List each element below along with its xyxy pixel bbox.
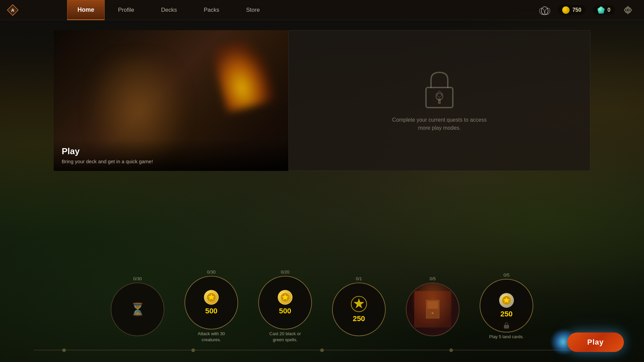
- quest-spells-desc: Cast 20 black or green spells.: [263, 331, 307, 343]
- quest-attack-desc: Attack with 30 creatures.: [190, 331, 233, 343]
- gold-currency-group: 750: [557, 5, 586, 15]
- nav-right: 750 0: [539, 4, 644, 16]
- play-mode-card[interactable]: Play Bring your deck and get in a quick …: [54, 30, 288, 171]
- quest-attack-creatures: 0/30 500 Attack with 30 creatures.: [178, 269, 245, 343]
- hourglass-icon: ⏳: [130, 302, 145, 316]
- nav-logo: A: [0, 4, 67, 16]
- home-tab-label: Home: [77, 6, 94, 13]
- tab-decks[interactable]: Decks: [148, 0, 190, 20]
- svg-rect-15: [427, 301, 438, 309]
- svg-rect-9: [438, 99, 441, 104]
- quest-spells-ring: 500: [258, 276, 312, 329]
- mtg-logo-icon: A: [7, 4, 19, 16]
- gear-icon: [623, 5, 633, 15]
- mana-coin-icon-3: [502, 296, 511, 305]
- tab-packs[interactable]: Packs: [190, 0, 232, 20]
- gem-icon: [597, 6, 605, 14]
- quest-lock-indicator: [504, 322, 509, 328]
- tab-store[interactable]: Store: [233, 0, 273, 20]
- quest-attack-ring: 500: [184, 276, 238, 329]
- svg-rect-18: [504, 325, 509, 328]
- progress-track: [34, 350, 610, 351]
- main-content: Play Bring your deck and get in a quick …: [0, 20, 644, 362]
- quest-card-art: 0/5 R: [399, 276, 466, 336]
- progress-section: [0, 350, 644, 362]
- quest-card-progress: 0/5: [430, 276, 436, 281]
- quest-win-game: 0/1 250: [325, 276, 392, 336]
- quest-timer-ring: ⏳: [111, 283, 164, 336]
- flame-effect: [210, 35, 276, 113]
- tab-decks-label: Decks: [161, 7, 177, 13]
- quest-lands-amount: 250: [500, 310, 513, 318]
- card-art-thumb: R: [414, 291, 451, 327]
- cards-section: Play Bring your deck and get in a quick …: [0, 20, 644, 266]
- quests-section: 0/30 ⏳ 0/30 500: [0, 266, 644, 350]
- tab-profile[interactable]: Profile: [105, 0, 148, 20]
- tab-profile-label: Profile: [118, 7, 134, 13]
- locked-mode-card: Complete your current quests to access m…: [288, 30, 590, 171]
- quests-row: 0/30 ⏳ 0/30 500: [34, 269, 610, 343]
- play-card-overlay: Play Bring your deck and get in a quick …: [54, 139, 288, 171]
- tab-packs-label: Packs: [204, 7, 219, 13]
- quest-attack-coin: [204, 290, 219, 305]
- quest-lands-desc: Play 5 land cards.: [489, 334, 524, 340]
- small-lock-icon: [504, 322, 509, 328]
- quest-timer: 0/30 ⏳: [104, 276, 171, 336]
- quest-lands-progress: 0/5: [503, 273, 509, 278]
- gem-currency-group: 0: [593, 5, 615, 15]
- quest-win-progress: 0/1: [356, 276, 362, 281]
- quest-lands-ring: 250: [480, 279, 533, 333]
- mana-coin-icon: [207, 293, 216, 302]
- gem-amount: 0: [607, 7, 610, 13]
- quest-timer-progress: 0/30: [133, 276, 142, 281]
- tab-store-label: Store: [246, 7, 260, 13]
- gold-amount: 750: [572, 7, 581, 13]
- gold-coin-icon: [562, 6, 570, 14]
- lotus-icon: [539, 4, 551, 16]
- svg-text:A: A: [11, 8, 14, 13]
- quest-play-lands: 0/5 250: [473, 273, 540, 340]
- lock-svg: [423, 69, 456, 109]
- svg-point-3: [541, 7, 548, 15]
- svg-text:R: R: [432, 312, 434, 315]
- quest-lands-coin: [499, 293, 514, 308]
- quest-card-ring: R: [406, 283, 460, 336]
- quest-attack-amount: 500: [205, 307, 218, 315]
- navbar: A Home Profile Decks Packs Store 750: [0, 0, 644, 20]
- svg-point-6: [627, 9, 629, 11]
- svg-point-4: [539, 7, 546, 15]
- locked-message: Complete your current quests to access m…: [389, 116, 490, 132]
- lock-icon: [423, 69, 456, 109]
- play-card-title: Play: [62, 146, 280, 157]
- quest-attack-progress: 0/30: [207, 269, 215, 275]
- quest-spells-amount: 500: [279, 307, 291, 315]
- quest-win-ring: 250: [332, 283, 386, 336]
- svg-point-5: [544, 7, 551, 15]
- play-button[interactable]: Play: [567, 333, 624, 352]
- quest-spells-coin: [278, 290, 292, 305]
- planeswalker-icon: [351, 296, 367, 312]
- play-card-subtitle: Bring your deck and get in a quick game!: [62, 159, 280, 164]
- settings-button[interactable]: [622, 4, 634, 16]
- tab-home[interactable]: Home: [67, 0, 105, 20]
- card-thumbnail-icon: R: [426, 300, 439, 318]
- quest-win-amount: 250: [353, 314, 365, 323]
- quest-spells-progress: 0/20: [281, 269, 289, 275]
- nav-tabs: Profile Decks Packs Store: [105, 0, 273, 20]
- mana-coin-icon-2: [280, 293, 290, 302]
- quest-cast-spells: 0/20 500 Cast 20 black or green spells.: [252, 269, 319, 343]
